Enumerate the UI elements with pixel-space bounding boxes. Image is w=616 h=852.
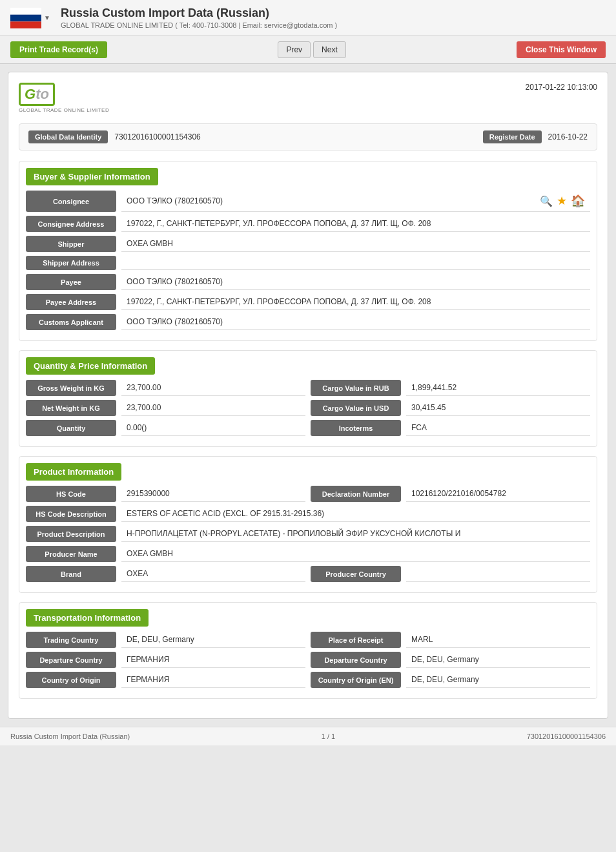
declaration-number-value: 10216120/221016/0054782 bbox=[406, 486, 590, 502]
departure-country-value: ГЕРМАНИЯ bbox=[121, 652, 305, 668]
buyer-supplier-header: Buyer & Supplier Information bbox=[26, 168, 158, 185]
header-bar: ▼ Russia Custom Import Data (Russian) GL… bbox=[0, 0, 616, 36]
consignee-address-label: Consignee Address bbox=[26, 216, 116, 232]
gross-cargo-rub-row: Gross Weight in KG 23,700.00 Cargo Value… bbox=[26, 380, 590, 396]
header-text: Russia Custom Import Data (Russian) GLOB… bbox=[61, 6, 606, 29]
product-section: Product Information HS Code 2915390000 D… bbox=[19, 456, 597, 593]
consignee-label: Consignee bbox=[26, 191, 116, 212]
quantity-value: 0.00() bbox=[121, 420, 305, 436]
declaration-number-label: Declaration Number bbox=[311, 486, 401, 502]
main-content: G t o GLOBAL TRADE ONLINE LIMITED 2017-0… bbox=[8, 72, 608, 719]
record-header: G t o GLOBAL TRADE ONLINE LIMITED 2017-0… bbox=[19, 83, 597, 113]
quantity-price-table: Gross Weight in KG 23,700.00 Cargo Value… bbox=[19, 380, 597, 446]
buyer-supplier-table: Consignee ООО ТЭЛКО (7802160570) 🔍 ★ 🏠 C… bbox=[19, 191, 597, 340]
logo-g: G bbox=[25, 86, 36, 103]
logo-company: GLOBAL TRADE ONLINE LIMITED bbox=[19, 107, 109, 113]
footer-left: Russia Custom Import Data (Russian) bbox=[10, 733, 130, 740]
register-date-label: Register Date bbox=[483, 130, 542, 143]
search-icon[interactable]: 🔍 bbox=[540, 195, 553, 207]
russia-flag bbox=[10, 8, 41, 28]
departure-country-en-label: Departure Country bbox=[311, 652, 401, 668]
next-button[interactable]: Next bbox=[313, 41, 346, 58]
quantity-half: Quantity 0.00() bbox=[26, 420, 305, 436]
hs-code-label: HS Code bbox=[26, 486, 116, 502]
svg-rect-1 bbox=[10, 14, 41, 21]
departure-country-half: Departure Country ГЕРМАНИЯ bbox=[26, 652, 305, 668]
logo-o: o bbox=[40, 86, 48, 103]
shipper-label: Shipper bbox=[26, 236, 116, 252]
product-desc-row: Product Description Н-ПРОПИЛАЦЕТАТ (N-PR… bbox=[26, 526, 590, 542]
country-of-origin-en-label: Country of Origin (EN) bbox=[311, 672, 401, 688]
customs-applicant-row: Customs Applicant ООО ТЭЛКО (7802160570) bbox=[26, 314, 590, 330]
logo-wrap: G t o bbox=[19, 83, 109, 106]
place-receipt-half: Place of Receipt MARL bbox=[311, 632, 590, 648]
prev-button[interactable]: Prev bbox=[278, 41, 311, 58]
quantity-incoterms-row: Quantity 0.00() Incoterms FCA bbox=[26, 420, 590, 436]
footer-right: 73012016100001154306 bbox=[527, 733, 606, 740]
shipper-address-row: Shipper Address bbox=[26, 256, 590, 270]
consignee-address-value: 197022, Г., САНКТ-ПЕТЕРБУРГ, УЛ. ПРОФЕСС… bbox=[121, 216, 590, 232]
transportation-table: Trading Country DE, DEU, Germany Place o… bbox=[19, 632, 597, 698]
net-weight-half: Net Weight in KG 23,700.00 bbox=[26, 400, 305, 416]
brand-label: Brand bbox=[26, 566, 116, 582]
page-subtitle: GLOBAL TRADE ONLINE LIMITED ( Tel: 400-7… bbox=[61, 21, 606, 29]
payee-row: Payee ООО ТЭЛКО (7802160570) bbox=[26, 274, 590, 290]
quantity-price-section: Quantity & Price Information Gross Weigh… bbox=[19, 350, 597, 447]
payee-label: Payee bbox=[26, 274, 116, 290]
shipper-row: Shipper OXEA GMBH bbox=[26, 236, 590, 252]
departure-country-label: Departure Country bbox=[26, 652, 116, 668]
hs-decl-row: HS Code 2915390000 Declaration Number 10… bbox=[26, 486, 590, 502]
product-desc-value: Н-ПРОПИЛАЦЕТАТ (N-PROPYL ACETATE) - ПРОП… bbox=[121, 526, 590, 542]
producer-name-row: Producer Name OXEA GMBH bbox=[26, 546, 590, 562]
logo-box: G t o bbox=[19, 83, 55, 106]
consignee-row: Consignee ООО ТЭЛКО (7802160570) 🔍 ★ 🏠 bbox=[26, 191, 590, 212]
print-button[interactable]: Print Trade Record(s) bbox=[10, 41, 107, 58]
net-weight-label: Net Weight in KG bbox=[26, 400, 116, 416]
quantity-label: Quantity bbox=[26, 420, 116, 436]
producer-country-half: Producer Country bbox=[311, 566, 590, 582]
consignee-value-cell: ООО ТЭЛКО (7802160570) 🔍 ★ 🏠 bbox=[121, 191, 590, 212]
shipper-address-label: Shipper Address bbox=[26, 256, 116, 270]
payee-address-value: 197022, Г., САНКТ-ПЕТЕРБУРГ, УЛ. ПРОФЕСС… bbox=[121, 294, 590, 310]
close-window-button[interactable]: Close This Window bbox=[517, 41, 606, 58]
producer-name-value: OXEA GMBH bbox=[121, 546, 590, 562]
product-header: Product Information bbox=[26, 463, 121, 481]
cargo-rub-half: Cargo Value in RUB 1,899,441.52 bbox=[311, 380, 590, 396]
place-receipt-value: MARL bbox=[406, 632, 590, 648]
star-icon[interactable]: ★ bbox=[557, 194, 567, 208]
flag-dropdown[interactable]: ▼ bbox=[44, 14, 50, 21]
consignee-address-row: Consignee Address 197022, Г., САНКТ-ПЕТЕ… bbox=[26, 216, 590, 232]
trading-country-label: Trading Country bbox=[26, 632, 116, 648]
identity-row: Global Data Identity 7301201610000115430… bbox=[19, 123, 597, 151]
gross-weight-label: Gross Weight in KG bbox=[26, 380, 116, 396]
cargo-usd-value: 30,415.45 bbox=[406, 400, 590, 416]
nav-group: Prev Next bbox=[278, 41, 345, 58]
svg-rect-2 bbox=[10, 21, 41, 28]
cargo-rub-value: 1,899,441.52 bbox=[406, 380, 590, 396]
logo-area: G t o GLOBAL TRADE ONLINE LIMITED bbox=[19, 83, 109, 113]
register-date-value: 2016-10-22 bbox=[548, 132, 588, 141]
cargo-usd-label: Cargo Value in USD bbox=[311, 400, 401, 416]
payee-value: ООО ТЭЛКО (7802160570) bbox=[121, 274, 590, 290]
net-cargo-usd-row: Net Weight in KG 23,700.00 Cargo Value i… bbox=[26, 400, 590, 416]
quantity-price-header: Quantity & Price Information bbox=[26, 357, 155, 375]
cargo-rub-label: Cargo Value in RUB bbox=[311, 380, 401, 396]
logo-t: t bbox=[36, 86, 40, 103]
cargo-usd-half: Cargo Value in USD 30,415.45 bbox=[311, 400, 590, 416]
hs-desc-label: HS Code Description bbox=[26, 506, 116, 522]
shipper-address-value bbox=[121, 256, 590, 270]
customs-applicant-label: Customs Applicant bbox=[26, 314, 116, 330]
record-date: 2017-01-22 10:13:00 bbox=[526, 83, 597, 92]
net-weight-value: 23,700.00 bbox=[121, 400, 305, 416]
hs-code-half: HS Code 2915390000 bbox=[26, 486, 305, 502]
hs-code-value: 2915390000 bbox=[121, 486, 305, 502]
country-of-origin-en-value: DE, DEU, Germany bbox=[406, 672, 590, 688]
home-icon[interactable]: 🏠 bbox=[571, 194, 585, 208]
product-table: HS Code 2915390000 Declaration Number 10… bbox=[19, 486, 597, 592]
gross-weight-half: Gross Weight in KG 23,700.00 bbox=[26, 380, 305, 396]
incoterms-label: Incoterms bbox=[311, 420, 401, 436]
country-origin-en-half: Country of Origin (EN) DE, DEU, Germany bbox=[311, 672, 590, 688]
country-of-origin-value: ГЕРМАНИЯ bbox=[121, 672, 305, 688]
brand-half: Brand OXEA bbox=[26, 566, 305, 582]
svg-rect-0 bbox=[10, 8, 41, 15]
